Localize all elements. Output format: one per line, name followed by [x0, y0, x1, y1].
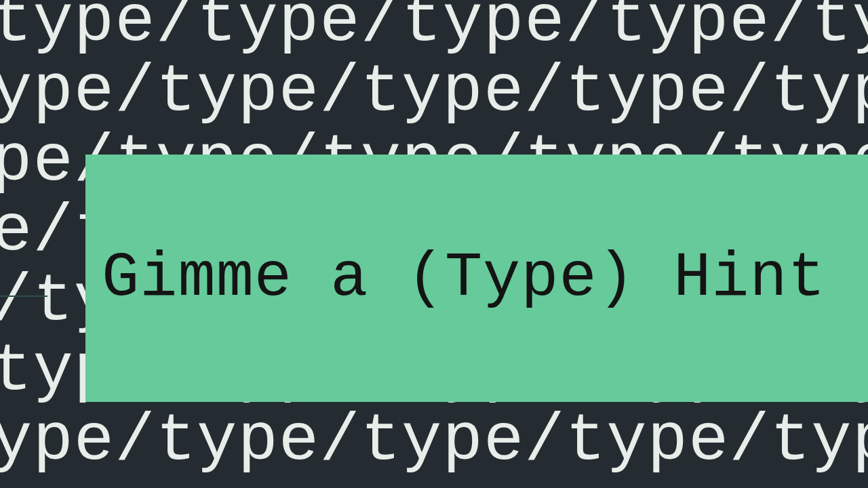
- bg-line-2: ype/type/type/type/type/t: [0, 54, 868, 130]
- title-card: Gimme a (Type) Hint: [85, 155, 868, 402]
- title-text: Gimme a (Type) Hint: [102, 243, 826, 314]
- left-underline-accent: [0, 296, 47, 297]
- bg-line-1: type/type/type/type/type/: [0, 0, 868, 60]
- graphic-stage: type/type/type/type/type/ ype/type/type/…: [0, 0, 868, 488]
- bg-line-7: ype/type/type/type/type/t: [0, 403, 868, 479]
